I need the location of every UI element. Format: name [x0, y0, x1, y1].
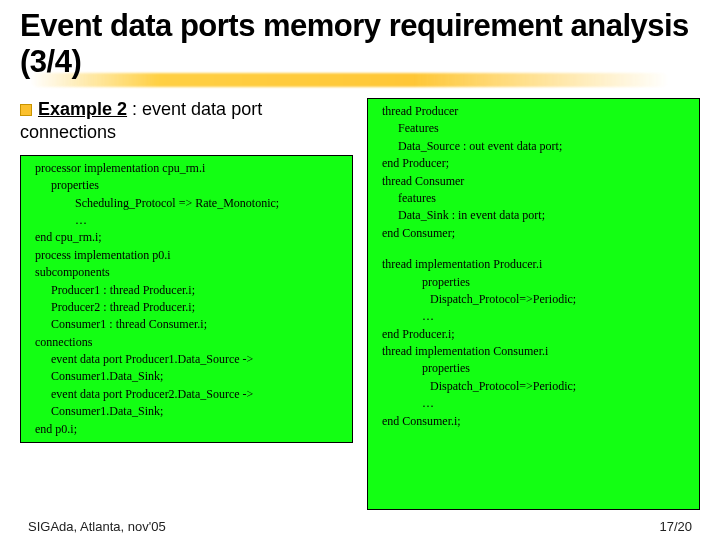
- code-line: process implementation p0.i: [27, 247, 346, 264]
- code-line: end cpu_rm.i;: [27, 229, 346, 246]
- code-line: event data port Producer2.Data_Source ->…: [27, 386, 346, 421]
- code-line: Producer2 : thread Producer.i;: [27, 299, 346, 316]
- code-line: end Producer.i;: [374, 326, 693, 343]
- code-line: Producer1 : thread Producer.i;: [27, 282, 346, 299]
- code-line: end Consumer;: [374, 225, 693, 242]
- code-line: connections: [27, 334, 346, 351]
- code-line: subcomponents: [27, 264, 346, 281]
- code-line: …: [374, 308, 693, 325]
- footer-left: SIGAda, Atlanta, nov'05: [28, 519, 166, 534]
- code-line: thread Consumer: [374, 173, 693, 190]
- code-line: Dispatch_Protocol=>Periodic;: [374, 291, 693, 308]
- code-line: …: [374, 395, 693, 412]
- code-line: properties: [374, 360, 693, 377]
- code-line: end Consumer.i;: [374, 413, 693, 430]
- bullet-line: Example 2 : event data port connections: [20, 98, 353, 145]
- code-line: Features: [374, 120, 693, 137]
- code-line: end Producer;: [374, 155, 693, 172]
- code-line: Dispatch_Protocol=>Periodic;: [374, 378, 693, 395]
- code-line: end p0.i;: [27, 421, 346, 438]
- bullet-marker-icon: [20, 104, 32, 116]
- code-line: properties: [27, 177, 346, 194]
- bullet-label: Example 2: [38, 99, 127, 119]
- code-line: processor implementation cpu_rm.i: [27, 160, 346, 177]
- code-line: properties: [374, 274, 693, 291]
- page-title: Event data ports memory requirement anal…: [20, 8, 700, 79]
- code-line: thread implementation Producer.i: [374, 256, 693, 273]
- code-line: [374, 242, 693, 256]
- code-line: Data_Source : out event data port;: [374, 138, 693, 155]
- code-line: …: [27, 212, 346, 229]
- code-line: features: [374, 190, 693, 207]
- footer-right: 17/20: [659, 519, 692, 534]
- code-line: event data port Producer1.Data_Source ->…: [27, 351, 346, 386]
- code-line: Scheduling_Protocol => Rate_Monotonic;: [27, 195, 346, 212]
- code-line: Consumer1 : thread Consumer.i;: [27, 316, 346, 333]
- code-line: Data_Sink : in event data port;: [374, 207, 693, 224]
- code-line: thread implementation Consumer.i: [374, 343, 693, 360]
- code-box-left: processor implementation cpu_rm.ipropert…: [20, 155, 353, 443]
- code-box-right: thread ProducerFeatures Data_Source : ou…: [367, 98, 700, 510]
- code-line: thread Producer: [374, 103, 693, 120]
